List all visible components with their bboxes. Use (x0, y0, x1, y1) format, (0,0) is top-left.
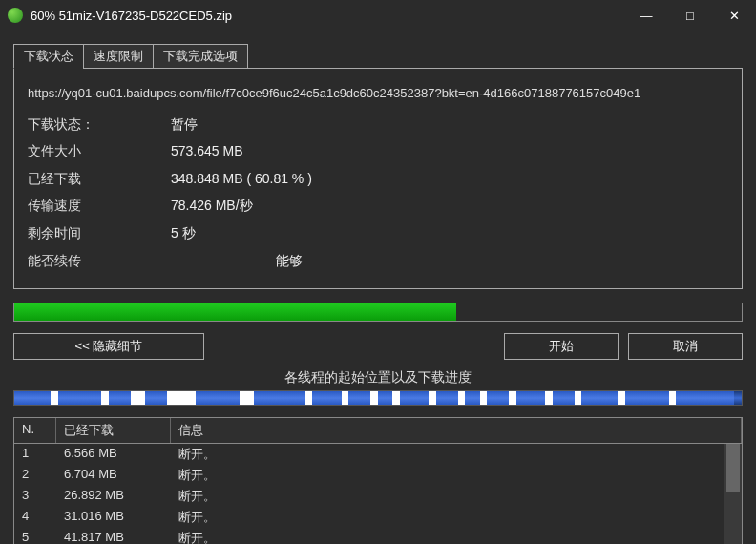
progress-bar (13, 303, 743, 322)
speed-label: 传输速度 (28, 193, 171, 219)
eta-value: 5 秒 (171, 220, 728, 246)
downloaded-value: 348.848 MB ( 60.81 % ) (171, 166, 728, 192)
window-title: 60% 51miz-V167235-D522CED5.zip (31, 9, 624, 23)
cell-downloaded: 6.566 MB (56, 444, 171, 465)
info-rows: 下载状态： 暂停 文件大小 573.645 MB 已经下载 348.848 MB… (28, 112, 728, 274)
filesize-label: 文件大小 (28, 138, 171, 164)
download-url: https://yq01-cu01.baidupcs.com/file/f7c0… (28, 82, 728, 106)
tab-download-status[interactable]: 下载状态 (13, 44, 84, 69)
eta-label: 剩余时间 (28, 220, 171, 246)
table-header: N. 已经下载 信息 (14, 418, 742, 444)
progress-fill (14, 303, 456, 321)
cell-n: 1 (14, 444, 56, 465)
cell-info: 断开。 (171, 507, 742, 528)
close-button[interactable]: ✕ (712, 0, 756, 31)
cell-downloaded: 26.892 MB (56, 486, 171, 507)
maximize-button[interactable]: □ (668, 0, 712, 31)
scrollbar-thumb[interactable] (726, 444, 740, 492)
titlebar[interactable]: 60% 51miz-V167235-D522CED5.zip — □ ✕ (0, 0, 756, 31)
cell-downloaded: 6.704 MB (56, 465, 171, 486)
minimize-button[interactable]: — (624, 0, 668, 31)
threads-caption: 各线程的起始位置以及下载进度 (13, 369, 743, 387)
status-value: 暂停 (171, 112, 728, 137)
cell-info: 断开。 (171, 444, 742, 465)
table-row[interactable]: 16.566 MB断开。 (14, 444, 742, 465)
app-icon (8, 8, 23, 23)
cell-n: 5 (14, 528, 56, 544)
cell-downloaded: 41.817 MB (56, 528, 171, 544)
speed-value: 78.426 MB/秒 (171, 193, 728, 219)
cell-info: 断开。 (171, 528, 742, 544)
cell-downloaded: 31.016 MB (56, 507, 171, 528)
col-header-info[interactable]: 信息 (171, 418, 742, 443)
cell-n: 2 (14, 465, 56, 486)
tab-row: 下载状态 速度限制 下载完成选项 (13, 44, 743, 69)
cell-info: 断开。 (171, 486, 742, 507)
downloaded-label: 已经下载 (28, 166, 171, 192)
table-row[interactable]: 326.892 MB断开。 (14, 486, 742, 507)
scrollbar-track[interactable] (724, 444, 742, 544)
resume-value: 能够 (171, 248, 728, 274)
cancel-button[interactable]: 取消 (628, 333, 743, 360)
tab-on-complete-options[interactable]: 下载完成选项 (153, 44, 248, 69)
table-row[interactable]: 26.704 MB断开。 (14, 465, 742, 486)
window-controls: — □ ✕ (624, 0, 756, 31)
table-body[interactable]: 16.566 MB断开。26.704 MB断开。326.892 MB断开。431… (14, 444, 742, 544)
info-panel: https://yq01-cu01.baidupcs.com/file/f7c0… (13, 68, 743, 289)
cell-n: 3 (14, 486, 56, 507)
main-content: 下载状态 速度限制 下载完成选项 https://yq01-cu01.baidu… (0, 31, 756, 544)
col-header-downloaded[interactable]: 已经下载 (56, 418, 171, 443)
status-label: 下载状态： (28, 112, 171, 137)
thread-progress-bar (13, 390, 743, 406)
table-row[interactable]: 541.817 MB断开。 (14, 528, 742, 544)
cell-n: 4 (14, 507, 56, 528)
cell-info: 断开。 (171, 465, 742, 486)
resume-label: 能否续传 (28, 248, 171, 274)
hide-details-button[interactable]: << 隐藏细节 (13, 333, 204, 360)
table-row[interactable]: 431.016 MB断开。 (14, 507, 742, 528)
filesize-value: 573.645 MB (171, 138, 728, 164)
tab-speed-limit[interactable]: 速度限制 (83, 44, 154, 69)
start-button[interactable]: 开始 (504, 333, 619, 360)
button-row: << 隐藏细节 开始 取消 (13, 333, 743, 360)
col-header-n[interactable]: N. (14, 418, 56, 443)
threads-table: N. 已经下载 信息 16.566 MB断开。26.704 MB断开。326.8… (13, 417, 743, 544)
